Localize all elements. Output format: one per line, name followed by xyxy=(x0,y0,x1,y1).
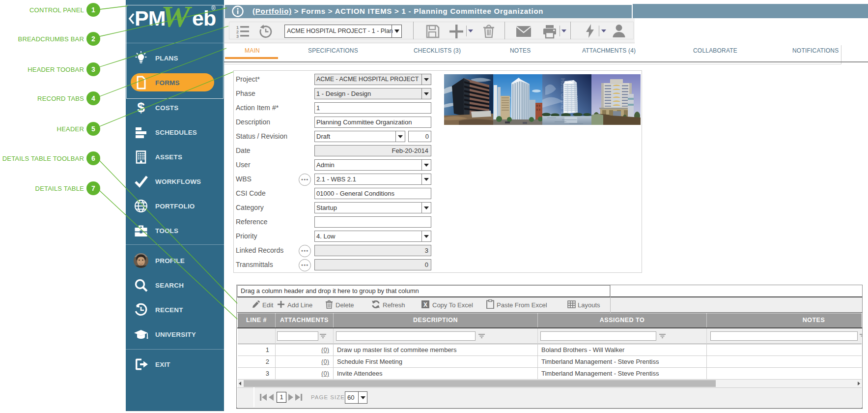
svg-text:X: X xyxy=(423,301,427,308)
svg-text:3: 3 xyxy=(236,34,239,38)
svg-text:$: $ xyxy=(137,100,145,115)
